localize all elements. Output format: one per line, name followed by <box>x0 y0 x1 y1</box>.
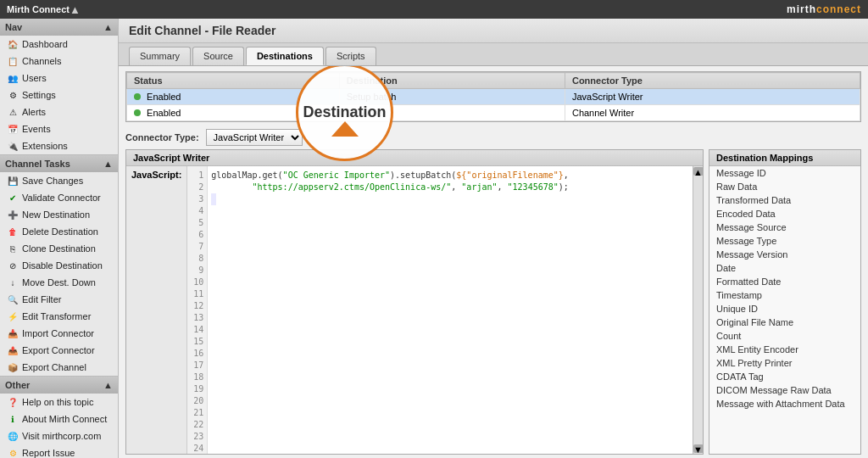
export-connector-icon: 📤 <box>7 344 19 356</box>
sidebar: Nav ▲ 🏠 Dashboard 📋 Channels 👥 Users ⚙ <box>0 19 119 458</box>
events-icon: 📅 <box>7 123 19 135</box>
task-export-channel[interactable]: 📦 Export Channel <box>0 359 118 376</box>
row2-status: Enabled <box>127 105 340 121</box>
mapping-item[interactable]: CDATA Tag <box>709 370 860 383</box>
main-content: Edit Channel - File Reader Summary Sourc… <box>119 19 868 458</box>
clone-dest-icon: ⎘ <box>7 243 19 254</box>
row2-connector-type: Channel Writer <box>565 105 860 121</box>
save-icon: 💾 <box>7 175 19 187</box>
mapping-item[interactable]: Count <box>709 329 860 343</box>
mapping-item[interactable]: Message with Attachment Data <box>709 397 860 411</box>
help-icon: ❓ <box>7 396 19 408</box>
mapping-item[interactable]: Message Type <box>709 234 860 248</box>
users-icon: 👥 <box>7 72 19 84</box>
other-section-header: Other ▲ <box>0 377 118 394</box>
other-about[interactable]: ℹ About Mirth Connect <box>0 411 118 427</box>
mapping-item[interactable]: Raw Data <box>709 180 860 193</box>
page-header: Edit Channel - File Reader <box>119 19 868 43</box>
connector-type-row: Connector Type: JavaScript Writer Channe… <box>119 126 868 149</box>
connector-type-select[interactable]: JavaScript Writer Channel Writer TCP Sen… <box>206 129 303 146</box>
sidebar-item-users[interactable]: 👥 Users <box>0 70 118 87</box>
app-title: Mirth Connect <box>7 4 70 14</box>
task-clone-destination[interactable]: ⎘ Clone Destination <box>0 240 118 257</box>
mapping-item[interactable]: XML Entity Encoder <box>709 343 860 356</box>
task-edit-filter[interactable]: 🔍 Edit Filter <box>0 291 118 308</box>
mapping-item[interactable]: Transformed Data <box>709 193 860 207</box>
sidebar-item-extensions[interactable]: 🔌 Extensions <box>0 137 118 154</box>
mirth-logo: mirthconnect <box>787 3 861 15</box>
task-import-connector[interactable]: 📥 Import Connector <box>0 325 118 342</box>
collapse-other-icon[interactable]: ▲ <box>103 380 113 390</box>
mapping-item[interactable]: Original File Name <box>709 316 860 329</box>
table-row[interactable]: Enabled OCWriter Channel Writer <box>127 105 860 121</box>
mapping-item[interactable]: Message Version <box>709 248 860 261</box>
task-validate-connector[interactable]: ✔ Validate Connector <box>0 189 118 206</box>
export-channel-icon: 📦 <box>7 361 19 373</box>
sidebar-item-channels[interactable]: 📋 Channels <box>0 53 118 70</box>
task-edit-transformer[interactable]: ⚡ Edit Transformer <box>0 308 118 325</box>
validate-icon: ✔ <box>7 192 19 204</box>
connector-type-label: Connector Type: <box>125 132 199 142</box>
new-dest-icon: ➕ <box>7 209 19 221</box>
other-section: Other ▲ ❓ Help on this topic ℹ About Mir… <box>0 377 118 458</box>
channels-icon: 📋 <box>7 55 19 67</box>
mapping-item[interactable]: Message Source <box>709 221 860 234</box>
scroll-up-arrow[interactable]: ▲ <box>693 167 703 176</box>
disable-dest-icon: ⊘ <box>7 260 19 271</box>
col-destination: Destination <box>339 73 565 89</box>
tab-source[interactable]: Source <box>192 47 244 65</box>
line-numbers: 12345 678910 1112131415 1617181920 21222… <box>187 166 208 454</box>
js-writer-area: JavaScript Writer JavaScript: 12345 6789… <box>125 149 861 455</box>
mapping-item[interactable]: Date <box>709 261 860 275</box>
collapse-tasks-icon[interactable]: ▲ <box>103 159 113 169</box>
mapping-item[interactable]: DICOM Message Raw Data <box>709 383 860 397</box>
sidebar-item-events[interactable]: 📅 Events <box>0 120 118 137</box>
mapping-item[interactable]: Message ID <box>709 166 860 180</box>
tab-bar: Summary Source Destinations Scripts <box>119 43 868 66</box>
collapse-icon[interactable]: ▲ <box>70 3 81 16</box>
js-code-editor[interactable]: globalMap.get("OC Generic Importer").set… <box>208 166 693 454</box>
extensions-icon: 🔌 <box>7 140 19 152</box>
destinations-table-container: Status Destination Connector Type Enable… <box>125 71 861 122</box>
task-save-changes[interactable]: 💾 Save Changes <box>0 172 118 189</box>
mapping-item[interactable]: Timestamp <box>709 288 860 302</box>
tasks-section: Channel Tasks ▲ 💾 Save Changes ✔ Validat… <box>0 155 118 377</box>
other-report-issue[interactable]: ⚙ Report Issue <box>0 444 118 458</box>
import-icon: 📥 <box>7 327 19 339</box>
status-dot-enabled-2 <box>134 109 141 116</box>
task-new-destination[interactable]: ➕ New Destination <box>0 206 118 223</box>
table-row[interactable]: Enabled Setup batch JavaScript Writer <box>127 89 860 105</box>
settings-icon: ⚙ <box>7 89 19 101</box>
task-delete-destination[interactable]: 🗑 Delete Destination <box>0 223 118 240</box>
task-export-connector[interactable]: 📤 Export Connector <box>0 342 118 359</box>
row1-status: Enabled <box>127 89 340 105</box>
alerts-icon: ⚠ <box>7 106 19 118</box>
mapping-item[interactable]: Encoded Data <box>709 207 860 221</box>
status-dot-enabled <box>134 93 141 100</box>
scroll-down-arrow[interactable]: ▼ <box>693 444 703 453</box>
destinations-table: Status Destination Connector Type Enable… <box>126 72 860 121</box>
dest-mappings-list: Message ID Raw Data Transformed Data Enc… <box>709 166 860 454</box>
sidebar-item-settings[interactable]: ⚙ Settings <box>0 87 118 103</box>
sidebar-item-alerts[interactable]: ⚠ Alerts <box>0 103 118 120</box>
task-move-dest-down[interactable]: ↓ Move Dest. Down <box>0 274 118 291</box>
task-disable-destination[interactable]: ⊘ Disable Destination <box>0 257 118 274</box>
js-writer-header: JavaScript Writer <box>126 150 703 166</box>
tab-destinations[interactable]: Destinations <box>246 47 324 65</box>
sidebar-item-dashboard[interactable]: 🏠 Dashboard <box>0 36 118 53</box>
tab-scripts[interactable]: Scripts <box>326 47 376 65</box>
filter-icon: 🔍 <box>7 293 19 305</box>
mapping-item[interactable]: XML Pretty Printer <box>709 356 860 370</box>
mapping-item[interactable]: Unique ID <box>709 302 860 316</box>
collapse-nav-icon[interactable]: ▲ <box>103 22 113 32</box>
code-scrollbar[interactable]: ▲ ▼ <box>693 166 703 454</box>
destination-mappings-panel: Destination Mappings Message ID Raw Data… <box>709 149 861 455</box>
js-label: JavaScript: <box>126 166 187 454</box>
tab-summary[interactable]: Summary <box>129 47 191 65</box>
delete-dest-icon: 🗑 <box>7 226 19 237</box>
row2-destination: OCWriter <box>339 105 565 121</box>
report-icon: ⚙ <box>7 447 19 458</box>
other-visit-site[interactable]: 🌐 Visit mirthcorp.com <box>0 427 118 444</box>
other-help[interactable]: ❓ Help on this topic <box>0 394 118 411</box>
mapping-item[interactable]: Formatted Date <box>709 275 860 288</box>
